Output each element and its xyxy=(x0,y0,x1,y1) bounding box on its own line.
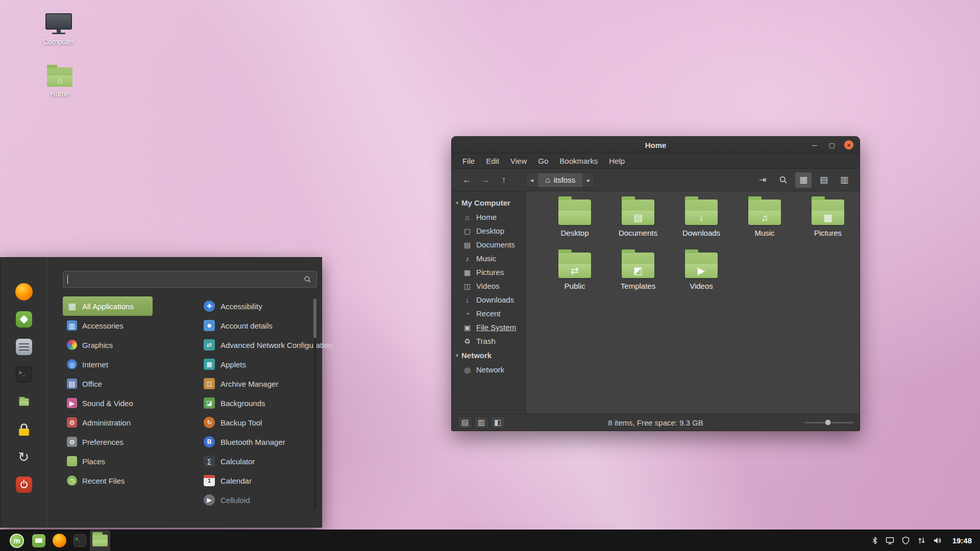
app-applets[interactable]: ▦ Applets xyxy=(201,355,354,374)
view-list-button[interactable]: ▤ xyxy=(816,172,832,188)
sidebar-section-network[interactable]: ▾ Network xyxy=(452,348,525,363)
sidebar-item-network[interactable]: ◎ Network xyxy=(452,363,525,377)
network-tray-button[interactable] xyxy=(917,536,926,545)
expander-icon[interactable]: ▾ xyxy=(456,353,458,358)
zoom-slider-handle[interactable] xyxy=(825,419,831,426)
app-archive-manager[interactable]: ◫ Archive Manager xyxy=(201,374,354,393)
path-prev-button[interactable]: ◂ xyxy=(526,173,538,187)
menu-go[interactable]: Go xyxy=(532,154,554,168)
files-icon xyxy=(32,534,45,547)
desktop-icon-home[interactable]: ⌂ Home xyxy=(32,67,88,98)
panel-launcher-terminal[interactable]: >_ xyxy=(69,530,90,551)
terminal-launcher[interactable]: >_ xyxy=(14,365,34,384)
category-administration[interactable]: ⚙ Administration xyxy=(63,413,153,432)
file-templates[interactable]: ◩ Templates xyxy=(606,253,670,290)
zoom-slider[interactable] xyxy=(804,416,853,429)
category-preferences[interactable]: ⚙ Preferences xyxy=(63,432,153,452)
menu-file[interactable]: File xyxy=(457,154,480,168)
file-desktop[interactable]: Desktop xyxy=(543,199,606,237)
file-pictures[interactable]: ▦ Pictures xyxy=(796,199,860,237)
bluetooth-tray-button[interactable] xyxy=(871,536,878,545)
sidebar-item-music[interactable]: ♪ Music xyxy=(452,252,525,265)
titlebar[interactable]: Home ─ ▢ × xyxy=(452,137,860,154)
firefox-launcher[interactable] xyxy=(14,282,34,302)
app-account-details[interactable]: ☻ Account details xyxy=(201,316,354,335)
minimize-button[interactable]: ─ xyxy=(810,140,820,150)
file-public[interactable]: ⇄ Public xyxy=(543,253,606,290)
view-grid-button[interactable]: ▦ xyxy=(795,172,812,188)
system-settings-launcher[interactable] xyxy=(14,337,34,357)
panel-window-nemo[interactable] xyxy=(90,530,110,551)
category-recent-files[interactable]: ◷ Recent Files xyxy=(63,471,153,490)
menu-search-box[interactable] xyxy=(63,271,317,288)
location-entry-toggle-button[interactable]: ⇥ xyxy=(754,172,771,188)
sidebar-item-recent[interactable]: ◔ Recent xyxy=(452,307,525,320)
app-calculator[interactable]: ∑ Calculator xyxy=(201,452,354,471)
app-backup-tool[interactable]: ↻ Backup Tool xyxy=(201,413,354,432)
menu-edit[interactable]: Edit xyxy=(480,154,505,168)
app-bluetooth-manager[interactable]: B Bluetooth Manager xyxy=(201,432,354,452)
search-button[interactable] xyxy=(775,172,791,188)
category-graphics[interactable]: Graphics xyxy=(63,335,153,355)
menu-button[interactable]: m xyxy=(5,530,29,551)
maximize-button[interactable]: ▢ xyxy=(827,140,837,150)
panel-launcher-firefox[interactable] xyxy=(49,530,69,551)
clock[interactable]: 19:48 xyxy=(952,536,972,545)
sidebar-item-downloads[interactable]: ↓ Downloads xyxy=(452,293,525,307)
app-list-scrollbar[interactable] xyxy=(313,296,316,510)
menu-view[interactable]: View xyxy=(505,154,532,168)
treeview-toggle-button[interactable]: ▥ xyxy=(474,416,488,429)
up-button[interactable]: ↑ xyxy=(496,172,512,188)
path-segment-home[interactable]: ⌂ itsfoss xyxy=(538,173,582,187)
app-advanced-network-configuration[interactable]: ⇄ Advanced Network Configuration xyxy=(201,335,354,355)
lock-screen-button[interactable] xyxy=(14,420,34,439)
application-list: ✚ Accessibility ☻ Account details ⇄ Adva… xyxy=(201,296,354,510)
expander-icon[interactable]: ▾ xyxy=(456,200,458,206)
menu-bookmarks[interactable]: Bookmarks xyxy=(554,154,603,168)
file-documents[interactable]: ▤ Documents xyxy=(606,199,670,237)
places-toggle-button[interactable]: ▤ xyxy=(458,416,472,429)
category-accessories[interactable]: ▥ Accessories xyxy=(63,316,153,335)
file-downloads[interactable]: ↓ Downloads xyxy=(670,199,733,237)
category-all-applications[interactable]: ▦ All Applications xyxy=(63,296,153,316)
back-button[interactable]: ← xyxy=(459,172,475,188)
display-tray-button[interactable] xyxy=(886,536,894,545)
file-view[interactable]: Desktop ▤ Documents ↓ Downloads ♫ Music … xyxy=(526,191,860,414)
sidebar-item-documents[interactable]: ▤ Documents xyxy=(452,238,525,252)
menu-search-input[interactable] xyxy=(68,275,304,284)
logout-button[interactable]: ↻ xyxy=(14,447,34,467)
close-button[interactable]: × xyxy=(844,140,853,149)
category-sound-video[interactable]: ▶ Sound & Video xyxy=(63,393,153,413)
path-next-button[interactable]: ▸ xyxy=(582,173,595,187)
sidebar-item-pictures[interactable]: ▦ Pictures xyxy=(452,265,525,279)
software-manager-launcher[interactable] xyxy=(14,310,34,329)
sidebar-section-my-computer[interactable]: ▾ My Computer xyxy=(452,195,525,210)
home-emblem-icon: ⌂ xyxy=(47,77,72,85)
sidebar-item-file-system[interactable]: ▣ File System xyxy=(452,320,525,334)
menu-help[interactable]: Help xyxy=(603,154,630,168)
app-calendar[interactable]: 1 Calendar xyxy=(201,471,354,490)
sidebar-item-videos[interactable]: ◫ Videos xyxy=(452,279,525,293)
sidebar-item-home[interactable]: ⌂ Home xyxy=(452,210,525,224)
files-launcher[interactable] xyxy=(14,392,34,412)
power-button[interactable] xyxy=(14,475,34,494)
app-backgrounds[interactable]: ◪ Backgrounds xyxy=(201,393,354,413)
volume-tray-button[interactable] xyxy=(933,536,942,545)
file-videos[interactable]: ▶ Videos xyxy=(670,253,733,290)
desktop-icon-computer[interactable]: Computer xyxy=(31,13,87,46)
category-office[interactable]: ▤ Office xyxy=(63,374,153,393)
split-view-button[interactable]: ◧ xyxy=(491,416,505,429)
firewall-tray-button[interactable] xyxy=(901,536,910,545)
forward-button[interactable]: → xyxy=(477,172,494,188)
sidebar-item-desktop[interactable]: ▢ Desktop xyxy=(452,224,525,238)
backgrounds-icon: ◪ xyxy=(204,397,215,409)
category-places[interactable]: Places xyxy=(63,452,153,471)
scrollbar-thumb[interactable] xyxy=(313,298,316,338)
file-music[interactable]: ♫ Music xyxy=(733,199,796,237)
view-compact-button[interactable]: ▥ xyxy=(836,172,852,188)
panel-launcher-files[interactable] xyxy=(29,530,49,551)
app-celluloid[interactable]: ▶ Celluloid xyxy=(201,490,354,510)
category-internet[interactable]: ◎ Internet xyxy=(63,355,153,374)
app-accessibility[interactable]: ✚ Accessibility xyxy=(201,296,354,316)
sidebar-item-trash[interactable]: ♻ Trash xyxy=(452,334,525,348)
